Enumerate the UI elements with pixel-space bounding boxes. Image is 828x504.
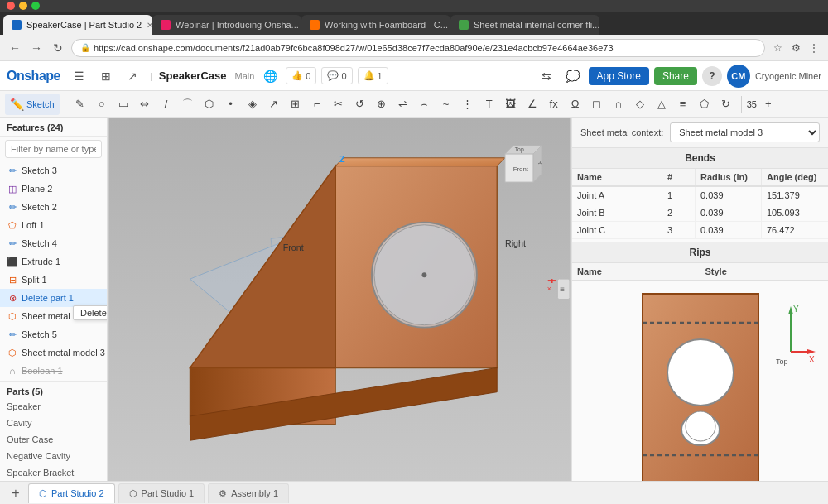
feature-search-input[interactable] (5, 140, 102, 158)
forward-button[interactable]: → (28, 40, 45, 56)
feature-item-boolean1[interactable]: ∩ Boolean 1 (0, 362, 107, 377)
tab-favicon-working (310, 20, 320, 30)
tool-chamfer[interactable]: ⌐ (307, 94, 327, 114)
globe-icon[interactable]: 🌐 (259, 65, 281, 87)
add-tab-button[interactable]: + (7, 484, 25, 502)
url-bar[interactable]: 🔒 https://cad.onshape.com/documents/f21a… (71, 39, 765, 57)
svg-text:Front: Front (283, 242, 304, 252)
tool-equations[interactable]: fx (544, 94, 564, 114)
reload-button[interactable]: ↻ (50, 40, 66, 56)
tool-draft[interactable]: △ (652, 94, 672, 114)
notification-button[interactable]: 🔔 1 (358, 67, 388, 84)
svg-text:Top: Top (776, 358, 788, 366)
tool-transform[interactable]: ↗ (264, 94, 284, 114)
tab-close-onshape[interactable]: ✕ (147, 21, 152, 30)
tool-shell[interactable]: ◇ (630, 94, 650, 114)
app-store-button[interactable]: App Store (589, 67, 649, 85)
tool-rib[interactable]: ≡ (673, 94, 693, 114)
grid-icon[interactable]: ⊞ (95, 65, 117, 87)
tab-onshape[interactable]: SpeakerCase | Part Studio 2 ✕ (3, 15, 152, 35)
split-icon: ⊟ (7, 274, 18, 286)
axes-indicator: Y X Top (774, 302, 816, 368)
bends-row-jointa[interactable]: Joint A 1 0.039 151.379 (572, 187, 828, 204)
tool-polygon[interactable]: ⬡ (200, 94, 219, 114)
comment-icon: 💬 (327, 70, 339, 81)
traffic-light-close[interactable] (7, 2, 15, 10)
tool-params[interactable]: Ω (566, 94, 585, 114)
connection-icon[interactable]: ⇆ (536, 65, 557, 87)
tool-loft[interactable]: ⬠ (695, 94, 715, 114)
chat-icon[interactable]: 💭 (562, 65, 584, 87)
sketch-icon: ✏ (7, 165, 18, 176)
tool-pattern[interactable]: ⋮ (458, 94, 478, 114)
feature-item-deletepart1[interactable]: ⊗ Delete part 1 (0, 289, 107, 307)
tool-mirror[interactable]: ⇌ (393, 94, 413, 114)
tool-use[interactable]: ⊕ (372, 94, 392, 114)
comment-button[interactable]: 💬 0 (321, 67, 352, 84)
tool-surface[interactable]: ◻ (587, 94, 607, 114)
menu-icon[interactable]: ⋮ (806, 41, 821, 55)
feature-item-plane2[interactable]: ◫ Plane 2 (0, 180, 107, 198)
feature-item-sketch3[interactable]: ✏ Sketch 3 (0, 161, 107, 180)
tool-point[interactable]: • (221, 94, 241, 114)
tool-array[interactable]: ⊞ (286, 94, 306, 114)
tab-working[interactable]: Working with Foamboard - C... ✕ (301, 15, 450, 35)
back-button[interactable]: ← (7, 40, 23, 56)
part-studio-1-icon: ⬡ (129, 488, 137, 499)
bottom-tab-part-studio-1[interactable]: ⬡ Part Studio 1 (118, 483, 205, 503)
part-item-negative-cavity[interactable]: Negative Cavity (0, 448, 107, 464)
feature-item-split1[interactable]: ⊟ Split 1 (0, 271, 107, 289)
tool-revolve[interactable]: ↻ (716, 94, 736, 114)
bends-row-jointc[interactable]: Joint C 3 0.039 76.472 (572, 222, 828, 239)
feature-item-extrude1[interactable]: ⬛ Extrude 1 (0, 252, 107, 271)
hamburger-menu-button[interactable]: ☰ (69, 65, 90, 87)
tab-sheet[interactable]: Sheet metal internal corner fli... ✕ (450, 15, 599, 35)
bookmark-icon[interactable]: ☆ (770, 41, 785, 55)
viewport[interactable]: Z Front Right × Front R (108, 118, 571, 481)
onshape-header: Onshape ☰ ⊞ ↗ | SpeakerCase Main 🌐 👍 0 💬… (0, 61, 828, 91)
tool-trim[interactable]: ✂ (329, 94, 349, 114)
tool-constraints[interactable]: ∠ (522, 94, 542, 114)
tool-circle[interactable]: ○ (92, 94, 112, 114)
sketch-tool-button[interactable]: ✏️ Sketch (5, 94, 60, 115)
bottom-tab-assembly-1[interactable]: ⚙ Assembly 1 (208, 483, 289, 503)
sheet-metal-context-select[interactable]: Sheet metal model 3 (670, 122, 820, 142)
part-item-cavity[interactable]: Cavity (0, 415, 107, 431)
tool-3d[interactable]: ◈ (243, 94, 262, 114)
extensions-icon[interactable]: ⚙ (788, 41, 803, 55)
tool-convert[interactable]: ↺ (350, 94, 370, 114)
share-button[interactable]: Share (654, 67, 697, 85)
arrow-icon[interactable]: ↗ (122, 65, 143, 87)
bends-row-jointb[interactable]: Joint B 2 0.039 105.093 (572, 204, 828, 222)
tool-plus[interactable]: + (758, 94, 778, 114)
part-item-speaker-bracket[interactable]: Speaker Bracket (0, 464, 107, 481)
part-item-label: Negative Cavity (7, 451, 70, 461)
feature-item-sketch4[interactable]: ✏ Sketch 4 (0, 234, 107, 252)
tool-line[interactable]: / (156, 94, 176, 114)
help-button[interactable]: ? (702, 66, 722, 86)
tool-rectangle[interactable]: ▭ (113, 94, 133, 114)
tool-fillet[interactable]: ⌢ (415, 94, 435, 114)
plane-icon: ◫ (7, 183, 18, 194)
tool-arc[interactable]: ⌒ (178, 94, 198, 114)
tool-sweep[interactable]: ~ (436, 94, 456, 114)
part-item-outer-case[interactable]: Outer Case (0, 431, 107, 448)
feature-item-loft1[interactable]: ⬠ Loft 1 (0, 216, 107, 234)
tab-label-webinar: Webinar | Introducing Onsha... (176, 20, 299, 30)
feature-item-sketch2[interactable]: ✏ Sketch 2 (0, 198, 107, 216)
tool-boolean[interactable]: ∩ (609, 94, 628, 114)
tool-text[interactable]: T (479, 94, 499, 114)
feature-item-sketch5[interactable]: ✏ Sketch 5 (0, 325, 107, 343)
tool-image[interactable]: 🖼 (501, 94, 521, 114)
user-avatar[interactable]: CM (727, 65, 750, 88)
part-item-speaker[interactable]: Speaker (0, 398, 107, 415)
tab-webinar[interactable]: Webinar | Introducing Onsha... ✕ (152, 15, 301, 35)
tool-dimension[interactable]: ⇔ (135, 94, 155, 114)
tool-pencil[interactable]: ✎ (70, 94, 90, 114)
bottom-tab-part-studio-2[interactable]: ⬡ Part Studio 2 (28, 483, 115, 503)
like-button[interactable]: 👍 0 (286, 67, 316, 84)
traffic-light-minimize[interactable] (19, 2, 27, 10)
feature-item-sheetmetal3[interactable]: ⬡ Sheet metal model 3 (0, 343, 107, 362)
traffic-light-maximize[interactable] (31, 2, 40, 10)
feature-item-label: Sketch 5 (22, 329, 57, 339)
